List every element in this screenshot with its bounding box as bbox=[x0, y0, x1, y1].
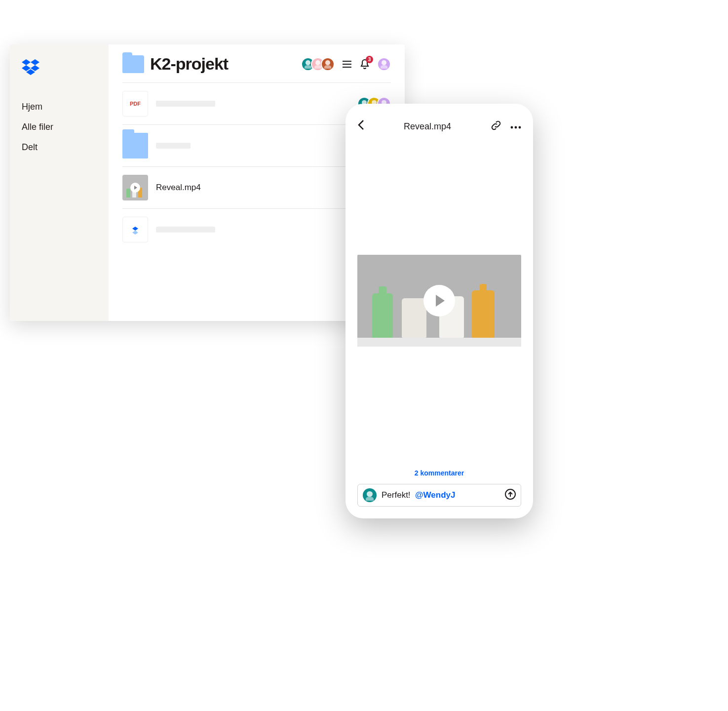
dropbox-logo-icon[interactable] bbox=[22, 59, 97, 77]
svg-marker-6 bbox=[132, 231, 138, 235]
current-user-avatar[interactable] bbox=[377, 57, 391, 71]
svg-marker-5 bbox=[132, 227, 138, 231]
collaborator-avatars[interactable] bbox=[301, 57, 335, 71]
video-preview[interactable] bbox=[357, 255, 521, 347]
filename: Reveal.mp4 bbox=[156, 183, 201, 193]
artwork-bottle bbox=[402, 298, 426, 338]
pdf-thumbnail-icon: PDF bbox=[122, 91, 148, 117]
back-icon[interactable] bbox=[357, 119, 364, 133]
notifications-icon[interactable]: 3 bbox=[359, 59, 370, 70]
svg-point-8 bbox=[515, 126, 517, 129]
svg-marker-0 bbox=[22, 59, 31, 65]
video-area bbox=[357, 139, 521, 462]
play-button[interactable] bbox=[423, 285, 455, 316]
folder-header: K2-projekt 3 bbox=[122, 54, 391, 74]
filename-placeholder bbox=[156, 227, 215, 233]
comment-body: Perfekt! bbox=[382, 490, 411, 500]
filename-placeholder bbox=[156, 143, 191, 149]
svg-marker-1 bbox=[31, 59, 39, 65]
filename-placeholder bbox=[156, 101, 215, 107]
paper-thumbnail-icon bbox=[122, 217, 148, 242]
artwork-shelf bbox=[357, 338, 521, 347]
play-icon bbox=[130, 183, 140, 193]
commenter-avatar bbox=[363, 488, 377, 502]
copy-link-icon[interactable] bbox=[491, 120, 501, 133]
video-thumbnail-icon bbox=[122, 175, 148, 200]
comments-count-link[interactable]: 2 kommentarer bbox=[357, 462, 521, 484]
menu-icon[interactable] bbox=[342, 59, 352, 70]
avatar bbox=[321, 57, 335, 71]
nav-item-shared[interactable]: Delt bbox=[22, 137, 97, 158]
comment-text: Perfekt! @WendyJ bbox=[382, 490, 456, 500]
svg-point-9 bbox=[519, 126, 521, 129]
more-icon[interactable] bbox=[510, 122, 521, 131]
folder-thumbnail-icon bbox=[122, 133, 148, 158]
send-icon[interactable] bbox=[505, 489, 516, 502]
comment-input[interactable]: Perfekt! @WendyJ bbox=[357, 484, 521, 507]
notification-badge: 3 bbox=[366, 56, 373, 63]
comment-mention[interactable]: @WendyJ bbox=[415, 490, 455, 500]
nav-item-all-files[interactable]: Alle filer bbox=[22, 117, 97, 137]
nav-item-home[interactable]: Hjem bbox=[22, 97, 97, 117]
svg-point-7 bbox=[511, 126, 513, 129]
mobile-header: Reveal.mp4 bbox=[357, 119, 521, 133]
sidebar: Hjem Alle filer Delt bbox=[10, 44, 109, 321]
mobile-preview: Reveal.mp4 2 kommentarer Perfekt! @Wendy… bbox=[345, 104, 533, 518]
artwork-bottle bbox=[372, 293, 393, 338]
page-title: K2-projekt bbox=[150, 54, 228, 74]
artwork-bottle bbox=[472, 290, 495, 338]
folder-icon bbox=[122, 55, 144, 73]
mobile-title: Reveal.mp4 bbox=[404, 121, 451, 132]
